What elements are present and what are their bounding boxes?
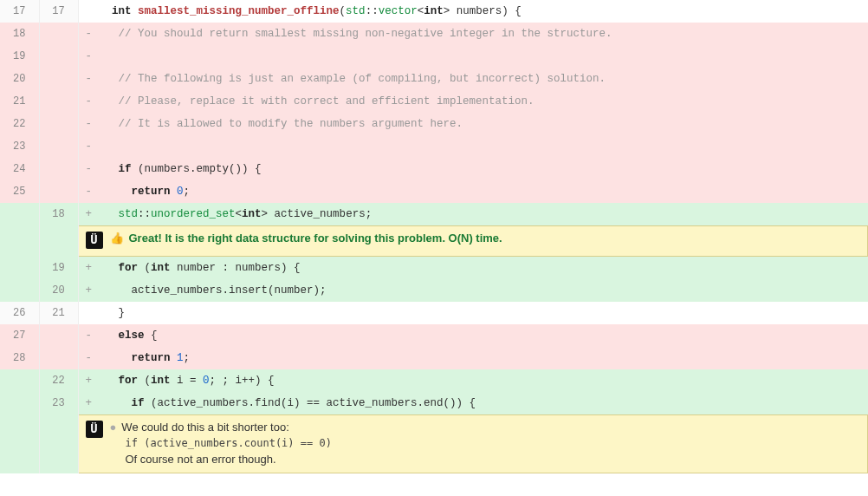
comment-text: Great! It is the right data structure fo… [129, 232, 502, 245]
old-line-number: 26 [0, 302, 39, 324]
avatar: Ü [86, 232, 103, 249]
review-comment: Ü👍Great! It is the right data structure … [0, 226, 868, 257]
new-line-number: 21 [39, 302, 78, 324]
code-content: // You should return smallest missing no… [99, 23, 868, 45]
code-content: if (active_numbers.find(i) == active_num… [99, 392, 868, 415]
old-line-number: 23 [0, 135, 39, 158]
avatar: Ü [86, 421, 103, 438]
old-line-number: 25 [0, 180, 39, 203]
new-line-number [39, 113, 78, 135]
code-content [99, 45, 868, 68]
diff-line[interactable]: 22- // It is allowed to modify the numbe… [0, 113, 868, 135]
diff-sign: - [78, 135, 99, 158]
old-line-number [0, 279, 39, 302]
old-line-number: 27 [0, 324, 39, 347]
diff-line[interactable]: 20- // The following is just an example … [0, 68, 868, 90]
diff-sign: + [78, 369, 99, 392]
old-line-number [0, 257, 39, 280]
new-line-number [39, 347, 78, 369]
old-line-number [0, 369, 39, 392]
code-content: active_numbers.insert(number); [99, 279, 868, 302]
diff-sign: - [78, 113, 99, 135]
new-line-number [39, 68, 78, 90]
thumbs-up-icon: 👍 [110, 232, 124, 245]
comment-code-snippet: if (active_numbers.count(i) == 0) [126, 437, 332, 449]
new-line-number [39, 158, 78, 180]
diff-sign: + [78, 279, 99, 302]
new-line-number [39, 23, 78, 45]
diff-line[interactable]: 1717 int smallest_missing_number_offline… [0, 0, 868, 23]
code-content: // The following is just an example (of … [99, 68, 868, 90]
old-line-number: 21 [0, 90, 39, 113]
new-line-number: 22 [39, 369, 78, 392]
diff-sign [78, 0, 99, 23]
old-line-number: 17 [0, 0, 39, 23]
bullet-icon: ● [110, 421, 117, 434]
diff-line[interactable]: 24- if (numbers.empty()) { [0, 158, 868, 180]
diff-sign [78, 302, 99, 324]
diff-body: 1717 int smallest_missing_number_offline… [0, 0, 868, 473]
diff-line[interactable]: 19- [0, 45, 868, 68]
code-content: for (int i = 0; ; i++) { [99, 369, 868, 392]
old-line-number: 19 [0, 45, 39, 68]
new-line-number [39, 324, 78, 347]
code-content: for (int number : numbers) { [99, 257, 868, 280]
diff-line[interactable]: 20+ active_numbers.insert(number); [0, 279, 868, 302]
new-line-number [39, 45, 78, 68]
diff-sign: - [78, 90, 99, 113]
code-content: else { [99, 324, 868, 347]
diff-sign: - [78, 347, 99, 369]
comment-text: Of course not an error though. [126, 453, 332, 466]
new-line-number: 18 [39, 203, 78, 226]
code-content: std::unordered_set<int> active_numbers; [99, 203, 868, 226]
old-line-number [0, 203, 39, 226]
new-line-number: 20 [39, 279, 78, 302]
diff-sign: + [78, 203, 99, 226]
diff-line[interactable]: 22+ for (int i = 0; ; i++) { [0, 369, 868, 392]
comment-cell[interactable]: Ü👍Great! It is the right data structure … [78, 226, 868, 257]
review-comment: Ü●We could do this a bit shorter too:if … [0, 415, 868, 473]
code-content: int smallest_missing_number_offline(std:… [99, 0, 868, 23]
comment-cell[interactable]: Ü●We could do this a bit shorter too:if … [78, 415, 868, 473]
new-line-number: 17 [39, 0, 78, 23]
comment-body: ●We could do this a bit shorter too:if (… [110, 421, 332, 466]
diff-line[interactable]: 23+ if (active_numbers.find(i) == active… [0, 392, 868, 415]
comment-text: We could do this a bit shorter too: [121, 421, 288, 434]
new-line-number: 19 [39, 257, 78, 280]
diff-line[interactable]: 18- // You should return smallest missin… [0, 23, 868, 45]
code-content: return 0; [99, 180, 868, 203]
old-line-number: 22 [0, 113, 39, 135]
diff-sign: - [78, 158, 99, 180]
code-content: // Please, replace it with correct and e… [99, 90, 868, 113]
diff-line[interactable]: 23- [0, 135, 868, 158]
old-line-number: 20 [0, 68, 39, 90]
code-content: // It is allowed to modify the numbers a… [99, 113, 868, 135]
code-content: } [99, 302, 868, 324]
old-line-number: 24 [0, 158, 39, 180]
diff-table: 1717 int smallest_missing_number_offline… [0, 0, 868, 473]
diff-sign: - [78, 180, 99, 203]
diff-line[interactable]: 28- return 1; [0, 347, 868, 369]
diff-line[interactable]: 19+ for (int number : numbers) { [0, 257, 868, 280]
code-content: return 1; [99, 347, 868, 369]
diff-sign: - [78, 324, 99, 347]
diff-line[interactable]: 25- return 0; [0, 180, 868, 203]
old-line-number: 18 [0, 23, 39, 45]
diff-line[interactable]: 27- else { [0, 324, 868, 347]
diff-line[interactable]: 18+ std::unordered_set<int> active_numbe… [0, 203, 868, 226]
diff-sign: + [78, 392, 99, 415]
diff-line[interactable]: 2621 } [0, 302, 868, 324]
old-line-number: 28 [0, 347, 39, 369]
new-line-number [39, 135, 78, 158]
comment-body: 👍Great! It is the right data structure f… [110, 232, 502, 245]
old-line-number [0, 392, 39, 415]
diff-sign: + [78, 257, 99, 280]
code-content [99, 135, 868, 158]
new-line-number [39, 90, 78, 113]
diff-sign: - [78, 23, 99, 45]
code-content: if (numbers.empty()) { [99, 158, 868, 180]
diff-sign: - [78, 68, 99, 90]
new-line-number: 23 [39, 392, 78, 415]
diff-line[interactable]: 21- // Please, replace it with correct a… [0, 90, 868, 113]
diff-sign: - [78, 45, 99, 68]
